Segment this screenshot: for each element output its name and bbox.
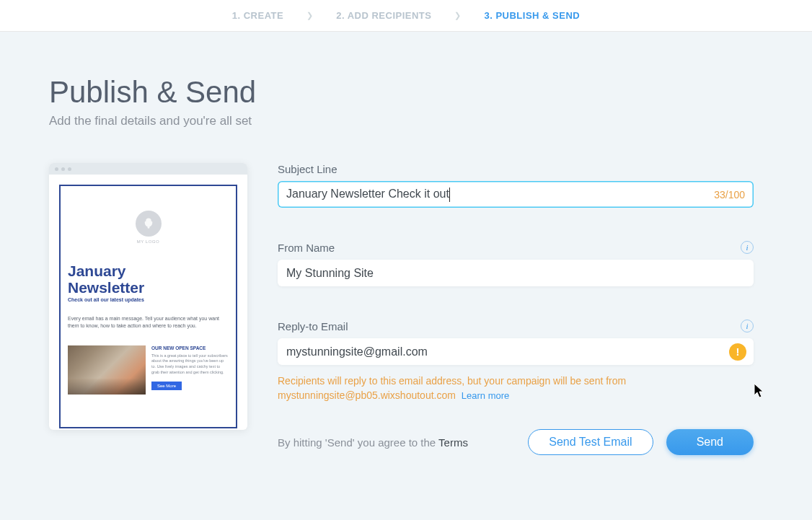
info-icon[interactable]: i xyxy=(741,320,754,332)
newsletter-body: Every email has a main message. Tell you… xyxy=(68,315,229,330)
traffic-dot xyxy=(55,167,58,171)
stepper: 1. CREATE ❯ 2. ADD RECIPIENTS ❯ 3. PUBLI… xyxy=(232,10,580,21)
newsletter-section-heading: OUR NEW OPEN SPACE xyxy=(151,345,229,351)
logo-placeholder-icon xyxy=(136,211,162,237)
header: 1. CREATE ❯ 2. ADD RECIPIENTS ❯ 3. PUBLI… xyxy=(0,0,812,32)
from-name-label: From Name xyxy=(278,242,335,254)
newsletter-image xyxy=(68,345,146,395)
reply-to-warning: Recipients will reply to this email addr… xyxy=(278,374,754,403)
learn-more-link[interactable]: Learn more xyxy=(462,390,509,401)
step-create[interactable]: 1. CREATE xyxy=(232,10,283,21)
logo-label: MY LOGO xyxy=(68,239,229,244)
newsletter-title: January Newsletter xyxy=(68,263,229,296)
send-test-button[interactable]: Send Test Email xyxy=(528,429,653,455)
chevron-right-icon: ❯ xyxy=(454,11,461,20)
traffic-dot xyxy=(68,167,71,171)
email-preview: MY LOGO January Newsletter Check out all… xyxy=(49,163,247,455)
newsletter-subtitle: Check out all our latest updates xyxy=(68,297,229,302)
step-recipients[interactable]: 2. ADD RECIPIENTS xyxy=(336,10,431,21)
send-form: Subject Line January Newsletter Check it… xyxy=(278,163,754,455)
terms-agreement: By hitting 'Send' you agree to the Terms xyxy=(278,436,468,449)
terms-link[interactable]: Terms xyxy=(438,436,468,449)
subject-input[interactable]: January Newsletter Check it out xyxy=(286,188,707,202)
from-name-input-wrap[interactable] xyxy=(278,260,754,286)
traffic-dot xyxy=(61,167,65,171)
char-counter: 33/100 xyxy=(714,189,745,200)
page-subtitle: Add the final details and you're all set xyxy=(49,114,812,128)
browser-chrome xyxy=(49,163,247,175)
text-caret xyxy=(449,188,450,202)
reply-to-input[interactable] xyxy=(286,345,745,358)
subject-input-wrap[interactable]: January Newsletter Check it out 33/100 xyxy=(278,181,754,208)
info-icon[interactable]: i xyxy=(741,241,754,254)
step-publish[interactable]: 3. PUBLISH & SEND xyxy=(484,10,580,21)
chevron-right-icon: ❯ xyxy=(306,11,313,20)
warning-icon[interactable]: ! xyxy=(729,343,746,361)
from-name-input[interactable] xyxy=(286,267,745,280)
send-button[interactable]: Send xyxy=(666,429,754,455)
newsletter-section-text: This is a great place to tell your subsc… xyxy=(151,353,229,376)
subject-label: Subject Line xyxy=(278,163,754,175)
see-more-button: See More xyxy=(151,382,182,390)
reply-to-input-wrap[interactable]: ! xyxy=(278,338,754,365)
reply-to-label: Reply-to Email xyxy=(278,320,348,332)
page-title: Publish & Send xyxy=(49,75,812,110)
